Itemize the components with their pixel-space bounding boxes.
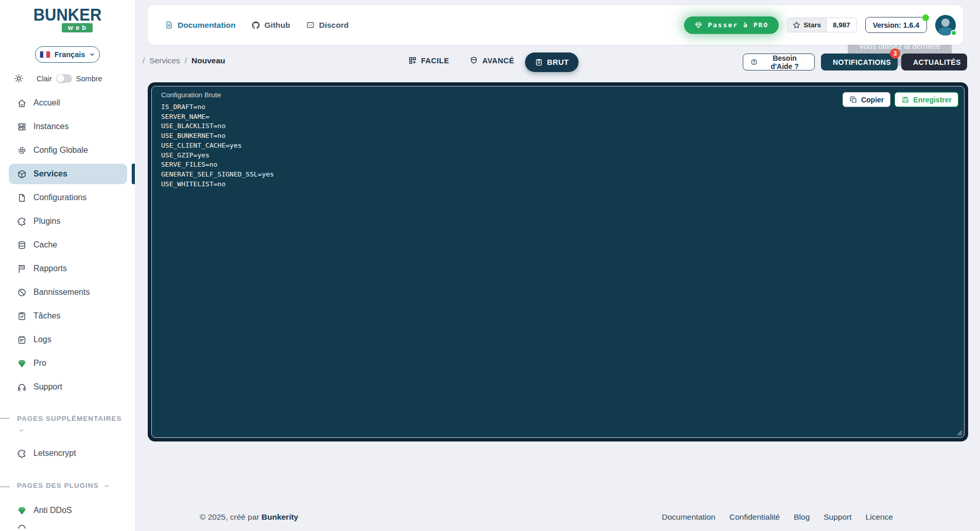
- user-avatar[interactable]: [935, 15, 956, 36]
- copy-button-label: Copier: [861, 96, 884, 104]
- online-status-dot: [951, 30, 957, 36]
- file-icon: [17, 193, 27, 203]
- footer-link-blog[interactable]: Blog: [794, 512, 810, 522]
- sidebar-item-logs[interactable]: Logs: [0, 328, 135, 351]
- question-circle-icon: [750, 58, 758, 66]
- config-code[interactable]: IS_DRAFT=noSERVER_NAME=USE_BLACKLIST=noU…: [161, 102, 964, 189]
- gem-icon: [17, 359, 27, 368]
- breadcrumb-separator: /: [185, 56, 187, 65]
- sidebar-item-label: Accueil: [33, 98, 60, 108]
- code-line: USE_CLIENT_CACHE=yes: [161, 141, 964, 151]
- sidebar-item-services[interactable]: Services: [0, 162, 135, 186]
- code-line: SERVE_FILES=no: [161, 160, 964, 170]
- sidebar-item-label: Anti DDoS: [33, 506, 72, 515]
- raw-config-editor[interactable]: Configuration Brute IS_DRAFT=noSERVER_NA…: [151, 86, 965, 438]
- star-icon: [793, 21, 800, 29]
- footer-link-support[interactable]: Support: [824, 512, 851, 522]
- discord-link[interactable]: Discord: [306, 21, 349, 30]
- gem-icon: [694, 21, 703, 29]
- footer-link-confidentialite[interactable]: Confidentialité: [729, 512, 780, 522]
- sidebar-item-plugins[interactable]: Plugins: [0, 209, 135, 233]
- sidebar-item-configurations[interactable]: Configurations: [0, 186, 135, 209]
- sidebar-item-letsencrypt[interactable]: Letsencrypt: [0, 441, 135, 465]
- section-pages-des-plugins[interactable]: PAGES DES PLUGINS: [0, 482, 135, 489]
- github-stars-badge[interactable]: Stars 8,987: [787, 17, 857, 32]
- sidebar-item-label: Rapports: [33, 264, 67, 273]
- code-line: USE_BUNKERNET=no: [161, 131, 964, 141]
- sidebar-item-anti-ddos[interactable]: Anti DDoS: [0, 499, 135, 522]
- breadcrumb-services-link[interactable]: Services: [149, 56, 180, 65]
- section-label: PAGES DES PLUGINS: [17, 482, 99, 489]
- sidebar-item-rapports[interactable]: Rapports: [0, 257, 135, 280]
- github-link[interactable]: Github: [251, 21, 290, 30]
- sidebar-item-label: Bannissements: [33, 288, 90, 297]
- save-button[interactable]: Enregistrer: [895, 92, 958, 107]
- breadcrumb-separator: /: [143, 56, 145, 65]
- copy-icon: [849, 96, 857, 104]
- grid-plus-icon: [408, 56, 417, 65]
- version-button[interactable]: Version: 1.6.4: [865, 17, 927, 33]
- news-button-label: ACTUALITÉS: [913, 58, 961, 66]
- tab-label: FACILE: [421, 57, 449, 65]
- link-label: Discord: [319, 21, 349, 30]
- sidebar-item-accueil[interactable]: Accueil: [0, 91, 135, 115]
- sidebar-item-label: Instances: [33, 122, 68, 131]
- breadcrumb-current: Nouveau: [191, 56, 225, 65]
- notifications-button-label: NOTIFICATIONS: [833, 58, 891, 66]
- footer-links: Documentation Confidentialité Blog Suppo…: [662, 512, 893, 522]
- code-line: USE_WHITELIST=no: [161, 180, 964, 189]
- tab-avance[interactable]: AVANCÉ: [469, 56, 514, 65]
- headphones-icon: [17, 382, 27, 392]
- language-selector[interactable]: Français: [35, 46, 100, 63]
- french-flag-icon: [40, 51, 50, 58]
- help-button[interactable]: Besoin d'Aide ?: [743, 54, 815, 70]
- copy-button[interactable]: Copier: [843, 92, 890, 107]
- sidebar-item-cache[interactable]: Cache: [0, 233, 135, 257]
- notifications-button[interactable]: NOTIFICATIONS: [821, 54, 898, 70]
- theme-dark-label: Sombre: [76, 75, 102, 83]
- sidebar-item-taches[interactable]: Tâches: [0, 304, 135, 328]
- notifications-count-badge: 3: [890, 48, 900, 59]
- stars-label-segment: Stars: [787, 18, 827, 32]
- code-line: GENERATE_SELF_SIGNED_SSL=yes: [161, 170, 964, 180]
- calendar-lines-icon: [17, 335, 27, 345]
- help-button-label: Besoin d'Aide ?: [762, 54, 807, 70]
- resize-grip[interactable]: [955, 429, 962, 436]
- theme-light-label: Clair: [37, 75, 52, 83]
- section-divider: [0, 486, 10, 487]
- save-icon: [901, 96, 909, 104]
- raw-config-panel: Configuration Brute IS_DRAFT=noSERVER_NA…: [148, 82, 968, 441]
- logo-text-bunker: BUNKER: [0, 7, 135, 23]
- theme-toggle[interactable]: [56, 74, 72, 83]
- bunkerity-link[interactable]: Bunkerity: [261, 512, 299, 521]
- section-pages-supplementaires[interactable]: PAGES SUPPLÉMENTAIRES: [0, 413, 129, 436]
- copyright-text: © 2025, créé par: [200, 512, 259, 521]
- cube-icon: [17, 169, 27, 179]
- footer-link-licence[interactable]: Licence: [866, 512, 893, 522]
- flag-icon: [17, 264, 27, 274]
- tab-facile[interactable]: FACILE: [408, 56, 449, 65]
- section-label: PAGES SUPPLÉMENTAIRES: [17, 415, 122, 422]
- link-label: Documentation: [178, 21, 236, 30]
- bunkerweb-logo[interactable]: BUNKER web: [0, 7, 135, 32]
- footer-link-documentation[interactable]: Documentation: [662, 512, 715, 522]
- gear-icon: [17, 146, 27, 155]
- discord-icon: [306, 21, 315, 30]
- version-label: Version: 1.6.4: [873, 21, 919, 29]
- sidebar-item-instances[interactable]: Instances: [0, 115, 135, 138]
- sidebar-item-pro[interactable]: Pro: [0, 351, 135, 375]
- sidebar-item-support[interactable]: Support: [0, 375, 135, 399]
- news-button[interactable]: ACTUALITÉS: [901, 54, 967, 70]
- page-toolbar: / Services / Nouveau FACILE AVANCÉ BRUT …: [135, 49, 980, 75]
- sidebar-item-label: Letsencrypt: [33, 449, 76, 458]
- sidebar-item-config-globale[interactable]: Config Globale: [0, 138, 135, 162]
- sidebar-item-label: Configurations: [33, 193, 86, 202]
- gem-icon: [17, 506, 27, 516]
- upgrade-pro-button[interactable]: Passer à PRO: [684, 16, 779, 34]
- sidebar-item-label: Pro: [33, 359, 46, 368]
- tab-brut-active[interactable]: BRUT: [525, 52, 579, 72]
- sidebar-item-bannissements[interactable]: Bannissements: [0, 280, 135, 304]
- documentation-link[interactable]: Documentation: [165, 21, 236, 30]
- main-area: Documentation Github Discord Passer à PR…: [135, 0, 980, 531]
- logo-text-web: web: [62, 23, 93, 32]
